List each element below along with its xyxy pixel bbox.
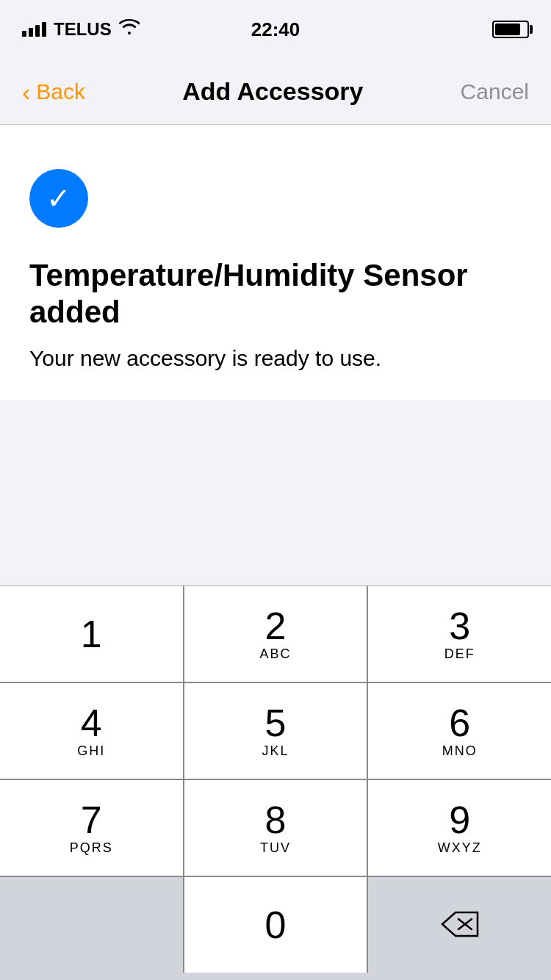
key-9-letters: WXYZ [438,840,482,856]
key-2[interactable]: 2 ABC [184,586,367,682]
key-7-number: 7 [81,801,102,839]
signal-bar-2 [29,28,33,37]
key-2-number: 2 [265,607,287,645]
success-subtitle: Your new accessory is ready to use. [29,346,522,371]
time-label: 22:40 [251,18,300,41]
key-3-number: 3 [449,607,470,645]
signal-bar-1 [22,31,26,37]
key-7[interactable]: 7 PQRS [0,780,183,876]
key-4-number: 4 [81,704,102,742]
signal-bar-4 [42,22,46,37]
key-empty [0,877,183,973]
signal-bar-3 [35,25,40,37]
signal-bars-icon [22,22,46,37]
key-6-letters: MNO [442,743,478,759]
key-6[interactable]: 6 MNO [368,683,551,779]
cancel-button[interactable]: Cancel [461,79,529,104]
key-2-letters: ABC [259,646,291,662]
key-3[interactable]: 3 DEF [368,586,551,682]
nav-title: Add Accessory [182,77,363,106]
delete-icon [441,905,479,945]
success-icon: ✓ [29,169,88,228]
back-button[interactable]: ‹ Back [22,79,85,104]
key-8[interactable]: 8 TUV [184,780,367,876]
main-content: ✓ Temperature/Humidity Sensor added Your… [0,125,551,400]
chevron-left-icon: ‹ [22,79,30,104]
keypad-wrapper: 1 2 ABC 3 DEF 4 GHI 5 JKL 6 MNO 7 PQRS 8 [0,586,551,980]
key-0-number: 0 [265,906,287,944]
key-1[interactable]: 1 [0,586,183,682]
key-4-letters: GHI [77,743,105,759]
key-4[interactable]: 4 GHI [0,683,183,779]
key-9[interactable]: 9 WXYZ [368,780,551,876]
key-6-number: 6 [449,704,470,742]
battery-indicator [492,21,529,38]
key-8-number: 8 [265,801,287,839]
key-5-number: 5 [265,704,287,742]
status-bar: TELUS 22:40 [0,0,551,59]
home-indicator [0,973,551,980]
status-left: TELUS [22,19,140,40]
battery-fill [495,24,520,35]
checkmark-icon: ✓ [46,184,71,213]
keypad: 1 2 ABC 3 DEF 4 GHI 5 JKL 6 MNO 7 PQRS 8 [0,586,551,973]
key-7-letters: PQRS [70,840,113,856]
key-3-letters: DEF [444,646,475,662]
key-9-number: 9 [449,801,470,839]
key-8-letters: TUV [260,840,291,856]
battery-icon [492,21,529,38]
key-5[interactable]: 5 JKL [184,683,367,779]
key-5-letters: JKL [262,743,289,759]
key-0[interactable]: 0 [184,877,367,973]
nav-bar: ‹ Back Add Accessory Cancel [0,59,551,125]
back-label: Back [36,79,85,104]
key-1-number: 1 [81,615,102,653]
wifi-icon [119,19,140,40]
key-delete[interactable] [368,877,551,973]
carrier-label: TELUS [54,19,112,40]
success-title: Temperature/Humidity Sensor added [29,257,522,331]
